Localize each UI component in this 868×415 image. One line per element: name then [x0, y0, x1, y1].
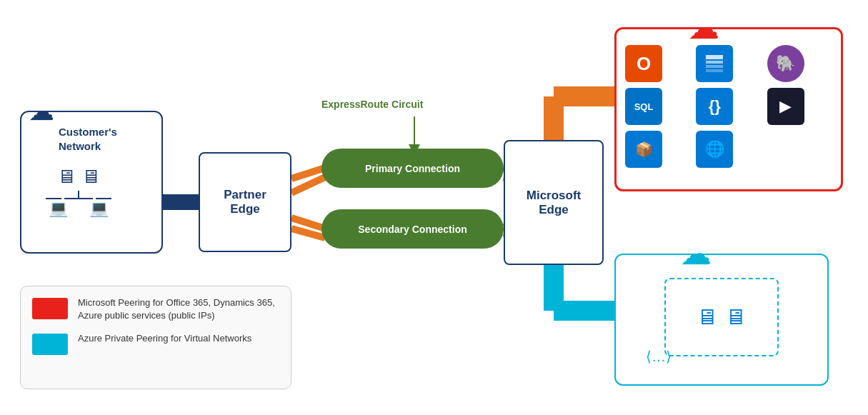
- office365-icon: O: [625, 45, 662, 82]
- legend-item-red: Microsoft Peering for Office 365, Dynami…: [32, 296, 279, 322]
- vnet-inner-box: 🖥 🖥: [664, 278, 779, 356]
- secondary-connection-pill: Secondary Connection: [321, 209, 504, 249]
- legend-text-red: Microsoft Peering for Office 365, Dynami…: [78, 296, 279, 322]
- svg-rect-18: [706, 61, 723, 64]
- diagram-container: ☁ Customer's Network 🖥 🖥: [0, 0, 868, 415]
- secondary-connection-label: Secondary Connection: [358, 224, 467, 235]
- expressroute-label: ExpressRoute Circuit: [321, 99, 423, 110]
- vm-icons: 🖥 🖥: [697, 305, 747, 329]
- svg-line-4: [291, 229, 325, 238]
- azure-private-box: ☁ 🖥 🖥 ⟨…⟩: [614, 254, 829, 386]
- svg-rect-17: [706, 55, 723, 59]
- customer-cloud-icon: ☁: [29, 96, 54, 126]
- customer-network-box: ☁ Customer's Network 🖥 🖥: [20, 111, 163, 254]
- storage-icon: 📦: [625, 131, 662, 168]
- media-services-icon: ▶: [767, 88, 804, 125]
- legend-color-cyan: [32, 334, 68, 355]
- svg-rect-20: [706, 69, 723, 72]
- legend-box: Microsoft Peering for Office 365, Dynami…: [20, 286, 291, 389]
- exchange-icon: ⟨…⟩: [646, 348, 672, 365]
- legend-color-red: [32, 298, 68, 319]
- svg-line-2: [291, 177, 325, 193]
- microsoft-edge-box: Microsoft Edge: [504, 140, 604, 265]
- primary-connection-label: Primary Connection: [365, 163, 460, 174]
- network-devices-icon: 🖥 🖥 💻 💻: [46, 166, 111, 218]
- partner-edge-label: Partner Edge: [224, 188, 266, 216]
- primary-connection-pill: Primary Connection: [321, 149, 504, 188]
- legend-item-cyan: Azure Private Peering for Virtual Networ…: [32, 332, 279, 355]
- vnet-area: 🖥 🖥 ⟨…⟩: [624, 278, 819, 356]
- ms-services-box: ☁ O 🐘 SQL {} ▶: [614, 27, 843, 191]
- customer-network-label: Customer's Network: [59, 126, 117, 152]
- svg-line-1: [291, 168, 325, 179]
- svg-rect-19: [706, 65, 723, 68]
- website-icon: 🌐: [696, 131, 733, 168]
- svg-line-3: [291, 218, 325, 229]
- azure-cloud-icon: ☁: [680, 235, 712, 271]
- legend-text-cyan: Azure Private Peering for Virtual Networ…: [78, 332, 251, 345]
- partner-edge-box: Partner Edge: [199, 152, 291, 252]
- hdinsight-icon: 🐘: [767, 45, 804, 82]
- api-icon: {}: [696, 88, 733, 125]
- services-icons-grid: O 🐘 SQL {} ▶ 📦: [625, 45, 832, 168]
- sql-icon: SQL: [625, 88, 662, 125]
- ms-cloud-icon: ☁: [688, 9, 719, 46]
- azure-table-icon: [696, 45, 733, 82]
- microsoft-edge-label: Microsoft Edge: [527, 189, 582, 217]
